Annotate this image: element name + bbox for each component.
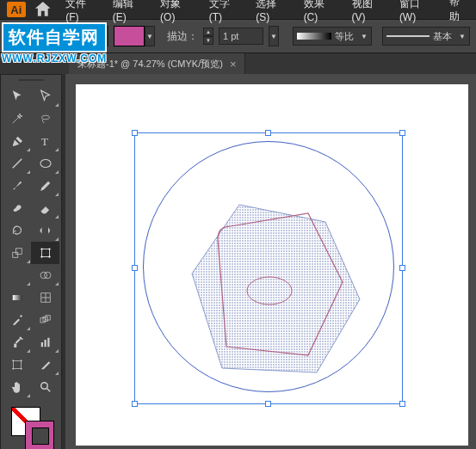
home-icon[interactable] — [33, 2, 53, 17]
handle-bot-right[interactable] — [399, 401, 405, 407]
pen-tool[interactable] — [3, 130, 31, 152]
handle-bot-mid[interactable] — [265, 401, 271, 407]
handle-top-right[interactable] — [399, 130, 405, 136]
slice-tool[interactable] — [31, 354, 59, 376]
svg-point-20 — [22, 339, 23, 341]
handle-top-mid[interactable] — [265, 130, 271, 136]
brush-combo[interactable]: 基本▼ — [382, 27, 470, 46]
stroke-label: 描边： — [167, 29, 198, 44]
menu-object[interactable]: 对象(O) — [154, 0, 201, 26]
magic-wand-tool[interactable] — [3, 108, 31, 130]
watermark-url: WWW.RJZXW.COM — [2, 52, 107, 65]
svg-point-19 — [20, 337, 22, 339]
eyedropper-tool[interactable] — [3, 309, 31, 331]
handle-mid-right[interactable] — [399, 265, 405, 271]
stroke-spinner[interactable]: ▲▼ — [203, 28, 213, 45]
artboard[interactable] — [76, 84, 468, 446]
ellipse-tool[interactable] — [31, 152, 59, 175]
selection-tool[interactable] — [3, 85, 31, 108]
svg-point-9 — [48, 255, 50, 257]
handle-bot-left[interactable] — [132, 401, 138, 407]
stroke-weight-field[interactable]: 1 pt — [219, 28, 263, 45]
watermark-title: 软件自学网 — [2, 22, 107, 52]
stroke-swatch[interactable] — [114, 26, 145, 46]
svg-rect-24 — [13, 361, 21, 369]
symbol-sprayer-tool[interactable] — [3, 331, 31, 354]
svg-point-25 — [40, 383, 47, 390]
blob-brush-tool[interactable] — [3, 197, 31, 219]
svg-rect-4 — [15, 249, 22, 255]
blend-tool[interactable] — [31, 309, 59, 331]
mesh-tool[interactable] — [31, 286, 59, 309]
pencil-tool[interactable] — [31, 175, 59, 197]
fill-stroke-block[interactable] — [3, 403, 59, 449]
svg-point-7 — [48, 248, 50, 249]
svg-line-26 — [46, 389, 50, 392]
svg-point-8 — [40, 255, 42, 257]
handle-top-left[interactable] — [132, 130, 138, 136]
menu-edit[interactable]: 编辑(E) — [107, 0, 152, 26]
app-logo-icon: Ai — [7, 2, 26, 17]
shape-builder-tool[interactable] — [31, 264, 59, 286]
stroke-color-icon[interactable] — [25, 421, 54, 449]
hand-tool[interactable] — [3, 376, 31, 398]
rotate-tool[interactable] — [3, 219, 31, 242]
paintbrush-tool[interactable] — [3, 175, 31, 197]
scale-tool[interactable] — [3, 242, 31, 264]
menu-help[interactable]: 帮助 — [443, 0, 476, 27]
stroke-weight-dropdown[interactable]: ▼ — [269, 26, 279, 46]
svg-rect-23 — [47, 338, 49, 348]
width-tool[interactable] — [3, 264, 31, 286]
menu-bar: Ai 文件(F) 编辑(E) 对象(O) 文字(T) 选择(S) 效果(C) 视… — [0, 0, 476, 19]
zoom-tool[interactable] — [31, 376, 59, 398]
svg-rect-22 — [44, 340, 46, 347]
reflect-tool[interactable] — [31, 219, 59, 242]
profile-combo[interactable]: 等比▼ — [293, 27, 372, 46]
menu-type[interactable]: 文字(T) — [203, 0, 249, 26]
svg-line-1 — [12, 159, 22, 169]
svg-point-2 — [40, 160, 51, 168]
menu-select[interactable]: 选择(S) — [250, 0, 295, 26]
lasso-tool[interactable] — [31, 108, 59, 130]
canvas-area[interactable] — [65, 74, 476, 449]
svg-point-6 — [40, 248, 42, 249]
menu-view[interactable]: 视图(V) — [346, 0, 392, 26]
artboard-tool[interactable] — [3, 354, 31, 376]
watermark: 软件自学网 WWW.RJZXW.COM — [2, 22, 107, 65]
selection-bounding-box[interactable] — [134, 132, 403, 404]
gradient-tool[interactable] — [3, 286, 31, 309]
type-tool[interactable]: T — [31, 130, 59, 152]
stroke-dropdown[interactable]: ▼ — [145, 26, 155, 46]
graph-tool[interactable] — [31, 331, 59, 354]
toolbox: T — [0, 74, 62, 449]
direct-selection-tool[interactable] — [31, 85, 59, 108]
line-tool[interactable] — [3, 152, 31, 175]
svg-text:T: T — [40, 135, 48, 148]
svg-rect-21 — [40, 342, 42, 347]
svg-point-11 — [44, 272, 51, 279]
svg-rect-3 — [12, 252, 17, 257]
menu-window[interactable]: 窗口(W) — [393, 0, 442, 26]
handle-mid-left[interactable] — [132, 265, 138, 271]
eraser-tool[interactable] — [31, 197, 59, 219]
svg-point-10 — [40, 272, 47, 279]
panel-gripper[interactable] — [3, 77, 59, 83]
close-tab-icon[interactable]: × — [230, 58, 237, 71]
menu-effect[interactable]: 效果(C) — [298, 0, 344, 26]
svg-rect-12 — [12, 295, 22, 300]
svg-rect-5 — [41, 249, 49, 257]
free-transform-tool[interactable] — [31, 242, 59, 264]
